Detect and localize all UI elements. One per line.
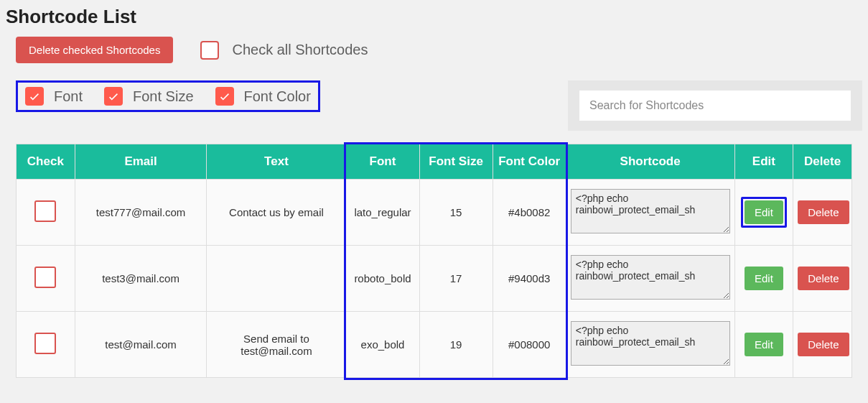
cell-shortcode bbox=[566, 312, 734, 378]
edit-button[interactable]: Edit bbox=[745, 267, 783, 290]
table-header-row: Check Email Text Font Font Size Font Col… bbox=[17, 144, 852, 180]
cell-email: test777@mail.com bbox=[75, 180, 207, 246]
row-checkbox[interactable] bbox=[34, 333, 56, 354]
row-checkbox[interactable] bbox=[34, 200, 56, 222]
shortcode-textarea[interactable] bbox=[571, 255, 730, 300]
cell-edit: Edit bbox=[734, 312, 793, 378]
cell-check bbox=[17, 246, 75, 312]
check-all-wrap: Check all Shortcodes bbox=[200, 41, 368, 60]
shortcode-textarea[interactable] bbox=[571, 321, 730, 366]
cell-delete: Delete bbox=[793, 312, 852, 378]
search-input[interactable] bbox=[579, 91, 851, 121]
cell-shortcode bbox=[566, 180, 734, 246]
cell-delete: Delete bbox=[793, 180, 852, 246]
filter-font-color: Font Color bbox=[215, 87, 311, 106]
table-row: test@mail.comSend email to test@mail.com… bbox=[17, 312, 852, 378]
cell-delete: Delete bbox=[793, 246, 852, 312]
filter-font-color-checkbox[interactable] bbox=[215, 87, 234, 106]
cell-shortcode bbox=[566, 246, 734, 312]
table-row: test3@mail.comroboto_bold17#9400d3EditDe… bbox=[17, 246, 852, 312]
th-delete: Delete bbox=[793, 144, 852, 180]
filter-font-checkbox[interactable] bbox=[25, 87, 44, 106]
check-icon bbox=[218, 90, 231, 103]
cell-font-size: 15 bbox=[419, 180, 493, 246]
edit-button[interactable]: Edit bbox=[745, 200, 783, 224]
filter-font-size-label: Font Size bbox=[133, 88, 193, 105]
cell-font: roboto_bold bbox=[346, 246, 419, 312]
cell-font-size: 17 bbox=[419, 246, 493, 312]
filter-font: Font bbox=[25, 87, 83, 106]
delete-checked-button[interactable]: Delete checked Shortcodes bbox=[16, 37, 173, 63]
th-edit: Edit bbox=[734, 144, 793, 180]
table-wrap: Check Email Text Font Font Size Font Col… bbox=[6, 144, 862, 378]
check-all-label: Check all Shortcodes bbox=[232, 42, 368, 58]
cell-email: test@mail.com bbox=[75, 312, 207, 378]
cell-font-size: 19 bbox=[419, 312, 493, 378]
th-font-size: Font Size bbox=[419, 144, 493, 180]
delete-button[interactable]: Delete bbox=[798, 200, 849, 224]
cell-edit: Edit bbox=[734, 180, 793, 246]
cell-font-color: #9400d3 bbox=[493, 246, 566, 312]
shortcode-textarea[interactable] bbox=[571, 189, 730, 233]
edit-button[interactable]: Edit bbox=[745, 333, 783, 356]
cell-check bbox=[17, 312, 75, 378]
delete-button[interactable]: Delete bbox=[798, 333, 849, 356]
th-text: Text bbox=[207, 144, 346, 180]
top-actions-bar: Delete checked Shortcodes Check all Shor… bbox=[6, 37, 862, 63]
search-wrap bbox=[568, 80, 862, 131]
th-email: Email bbox=[75, 144, 207, 180]
shortcode-table: Check Email Text Font Font Size Font Col… bbox=[16, 144, 852, 378]
cell-text: Send email to test@mail.com bbox=[207, 312, 346, 378]
filter-font-size: Font Size bbox=[104, 87, 193, 106]
check-icon bbox=[107, 90, 120, 103]
page-title: Shortcode List bbox=[6, 6, 862, 28]
cell-font-color: #008000 bbox=[493, 312, 566, 378]
cell-font: lato_regular bbox=[346, 180, 419, 246]
cell-edit: Edit bbox=[734, 246, 793, 312]
table-row: test777@mail.comContact us by emaillato_… bbox=[17, 180, 852, 246]
check-icon bbox=[28, 90, 41, 103]
row-checkbox[interactable] bbox=[34, 267, 56, 288]
cell-font-color: #4b0082 bbox=[493, 180, 566, 246]
column-filter-group: Font Font Size Font Color bbox=[16, 80, 320, 112]
cell-font: exo_bold bbox=[346, 312, 419, 378]
filter-font-label: Font bbox=[54, 88, 83, 105]
delete-button[interactable]: Delete bbox=[798, 267, 849, 290]
filter-search-row: Font Font Size Font Color bbox=[6, 80, 862, 131]
cell-text: Contact us by email bbox=[207, 180, 346, 246]
check-all-checkbox[interactable] bbox=[200, 41, 219, 60]
cell-email: test3@mail.com bbox=[75, 246, 207, 312]
filter-font-size-checkbox[interactable] bbox=[104, 87, 123, 106]
cell-check bbox=[17, 180, 75, 246]
filter-font-color-label: Font Color bbox=[244, 88, 311, 105]
cell-text bbox=[207, 246, 346, 312]
th-shortcode: Shortcode bbox=[566, 144, 734, 180]
th-font-color: Font Color bbox=[493, 144, 566, 180]
th-check: Check bbox=[17, 144, 75, 180]
highlight-edit-button: Edit bbox=[741, 197, 787, 228]
th-font: Font bbox=[346, 144, 419, 180]
